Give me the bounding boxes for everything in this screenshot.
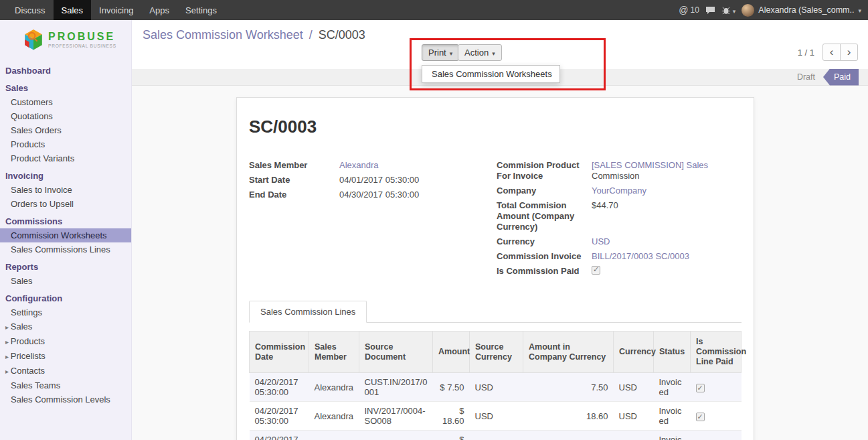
sales-member-link[interactable]: Alexandra <box>339 160 379 171</box>
sidebar-item-orders-to-upsell[interactable]: Orders to Upsell <box>0 197 131 211</box>
field-label: Currency <box>497 236 592 247</box>
field-total-commission: Total Commision Amount (Company Currency… <box>497 200 742 232</box>
cell-status: Invoiced <box>654 431 691 440</box>
sidebar-section-sales[interactable]: Sales <box>0 81 131 95</box>
is-commission-paid-checkbox[interactable] <box>592 266 600 275</box>
nav-invoicing[interactable]: Invoicing <box>91 0 141 20</box>
sidebar-item-contacts[interactable]: Contacts <box>0 364 131 378</box>
col-header-source-document[interactable]: Source Document <box>359 332 433 373</box>
pager-counter: 1 / 1 <box>798 48 814 58</box>
chevron-down-icon <box>492 48 495 58</box>
table-row[interactable]: 04/20/2017 05:30:00 Alexandra INV/2017/0… <box>250 402 742 431</box>
field-label: Company <box>497 186 592 196</box>
col-header-amount-company-currency[interactable]: Amount in Company Currency <box>523 332 614 373</box>
cell-line-paid <box>691 402 742 431</box>
sidebar-item-sales-orders[interactable]: Sales Orders <box>0 123 131 137</box>
sidebar-item-reports-sales[interactable]: Sales <box>0 274 131 288</box>
nav-settings[interactable]: Settings <box>177 0 225 20</box>
start-date-value: 04/01/2017 05:30:00 <box>339 175 419 186</box>
nav-sales[interactable]: Sales <box>54 0 92 20</box>
top-navbar: Discuss Sales Invoicing Apps Settings 10 <box>0 0 868 20</box>
messages-button[interactable] <box>705 6 715 15</box>
col-header-status[interactable]: Status <box>654 332 691 373</box>
logo-title: PROBUSE <box>48 31 116 42</box>
control-panel: Sales Commission Worksheet / SC/0003 Pri… <box>132 20 868 69</box>
sidebar-item-product-variants[interactable]: Product Variants <box>0 151 131 165</box>
sidebar-item-sales-to-invoice[interactable]: Sales to Invoice <box>0 183 131 197</box>
pager-previous-button[interactable] <box>822 44 841 61</box>
cell-company-amount: 7.50 <box>523 373 614 402</box>
print-dropdown: Sales Commission Worksheets <box>422 65 560 83</box>
sidebar-section-configuration[interactable]: Configuration <box>0 291 131 305</box>
form-fields: Sales Member Alexandra Start Date 04/01/… <box>249 160 742 281</box>
field-company: Company YourCompany <box>497 186 742 196</box>
cell-source-document: SO008 <box>359 431 433 440</box>
sidebar-section-commissions[interactable]: Commissions <box>0 214 131 228</box>
fields-left-column: Sales Member Alexandra Start Date 04/01/… <box>249 160 497 281</box>
sidebar-item-config-sales[interactable]: Sales <box>0 319 131 334</box>
status-draft[interactable]: Draft <box>797 72 815 82</box>
total-commission-value: $44.70 <box>592 200 618 211</box>
sidebar-item-commission-worksheets[interactable]: Commission Worksheets <box>0 228 131 242</box>
sidebar-item-products[interactable]: Products <box>0 137 131 151</box>
debug-menu-button[interactable] <box>721 5 736 15</box>
line-paid-checkbox[interactable] <box>696 384 705 392</box>
sidebar-item-sales-commission-levels[interactable]: Sales Commission Levels <box>0 392 131 407</box>
sidebar-section-reports[interactable]: Reports <box>0 260 131 274</box>
mentions-button[interactable]: 10 <box>679 5 699 15</box>
action-button[interactable]: Action <box>458 44 502 61</box>
col-header-sales-member[interactable]: Sales Member <box>309 332 359 373</box>
sidebar-item-config-products[interactable]: Products <box>0 334 131 349</box>
sidebar-item-settings[interactable]: Settings <box>0 305 131 319</box>
col-header-currency[interactable]: Currency <box>614 332 654 373</box>
notebook-tabs: Sales Commission Lines <box>249 301 742 323</box>
cell-commission-date: 04/20/2017 05:30:00 <box>250 402 309 431</box>
col-header-commission-date[interactable]: Commission Date <box>250 332 309 373</box>
sidebar-item-sales-teams[interactable]: Sales Teams <box>0 378 131 392</box>
mention-count: 10 <box>690 5 699 15</box>
nav-apps[interactable]: Apps <box>141 0 177 20</box>
sidebar: PROBUSE PROFESSIONAL BUSINESS Dashboard … <box>0 20 132 440</box>
field-sales-member: Sales Member Alexandra <box>249 160 497 171</box>
cell-amount: $ 7.50 <box>433 373 470 402</box>
user-menu[interactable]: Alexandra (Sales_comm.. <box>742 4 861 17</box>
sidebar-section-invoicing[interactable]: Invoicing <box>0 169 131 183</box>
app-menus: Discuss Sales Invoicing Apps Settings <box>0 0 225 20</box>
print-dropdown-item-worksheets[interactable]: Sales Commission Worksheets <box>422 66 559 82</box>
sidebar-item-customers[interactable]: Customers <box>0 95 131 109</box>
print-button-label: Print <box>428 48 446 58</box>
commission-product-link[interactable]: [SALES COMMISSION] Sales <box>592 160 708 170</box>
commission-invoice-link[interactable]: BILL/2017/0003 SC/0003 <box>592 251 689 262</box>
nav-discuss[interactable]: Discuss <box>7 0 54 20</box>
line-paid-checkbox[interactable] <box>696 413 705 421</box>
sidebar-item-quotations[interactable]: Quotations <box>0 109 131 123</box>
tab-sales-commission-lines[interactable]: Sales Commission Lines <box>249 301 367 323</box>
chat-bubble-icon <box>705 6 715 15</box>
table-row[interactable]: 04/20/2017 10:35:53 Alexandra SO008 $ 18… <box>250 431 742 440</box>
field-label: Start Date <box>249 175 339 186</box>
cell-currency: USD <box>614 431 654 440</box>
pager-next-button[interactable] <box>840 44 858 61</box>
cell-company-amount: 18.60 <box>523 431 614 440</box>
sidebar-item-dashboard[interactable]: Dashboard <box>0 64 131 78</box>
breadcrumb: Sales Commission Worksheet / SC/0003 <box>143 28 365 42</box>
form-sheet: SC/0003 Sales Member Alexandra Start Dat… <box>236 97 754 440</box>
sidebar-item-pricelists[interactable]: Pricelists <box>0 349 131 364</box>
breadcrumb-parent[interactable]: Sales Commission Worksheet <box>143 28 303 42</box>
cell-sales-member: Alexandra <box>309 431 359 440</box>
field-end-date: End Date 04/30/2017 05:30:00 <box>249 190 497 200</box>
sidebar-item-sales-commissions-lines[interactable]: Sales Commissions Lines <box>0 242 131 256</box>
col-header-amount[interactable]: Amount <box>433 332 470 373</box>
table-row[interactable]: 04/20/2017 05:30:00 Alexandra CUST.IN/20… <box>250 373 742 402</box>
chevron-down-icon <box>858 5 861 15</box>
main-content: Sales Commission Worksheet / SC/0003 Pri… <box>132 20 868 440</box>
col-header-source-currency[interactable]: Source Currency <box>470 332 523 373</box>
bug-icon <box>721 6 731 15</box>
field-commission-invoice: Commission Invoice BILL/2017/0003 SC/000… <box>497 251 742 262</box>
company-link[interactable]: YourCompany <box>592 186 646 196</box>
print-button[interactable]: Print <box>422 44 459 61</box>
col-header-is-commission-line-paid[interactable]: Is Commission Line Paid <box>691 332 742 373</box>
currency-link[interactable]: USD <box>592 236 610 247</box>
status-paid-badge[interactable]: Paid <box>823 69 859 86</box>
logo-subtitle: PROFESSIONAL BUSINESS <box>48 44 116 49</box>
